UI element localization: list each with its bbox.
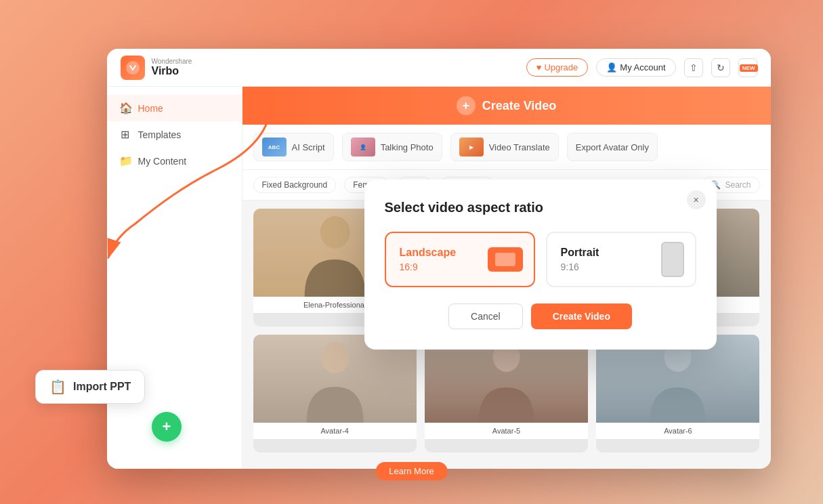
landscape-icon bbox=[488, 247, 523, 272]
share-button[interactable]: ⇧ bbox=[684, 58, 703, 77]
upgrade-icon: ♥ bbox=[536, 62, 542, 72]
import-ppt-icon: 📋 bbox=[49, 379, 66, 395]
create-video-button[interactable]: Create Video bbox=[531, 303, 632, 329]
import-ppt-label: Import PPT bbox=[73, 381, 131, 393]
ratio-portrait[interactable]: Portrait 9:16 bbox=[546, 232, 696, 287]
refresh-button[interactable]: ↻ bbox=[711, 58, 730, 77]
landscape-label: Landscape bbox=[400, 247, 457, 259]
portrait-label: Portrait bbox=[561, 247, 599, 259]
grid-button[interactable]: ⊞ NEW bbox=[738, 58, 757, 77]
sidebar-item-my-content[interactable]: 📁 My Content bbox=[107, 148, 242, 174]
svg-rect-7 bbox=[495, 253, 515, 266]
ratio-options: Landscape 16:9 Portrait 9:16 bbox=[385, 232, 696, 287]
portrait-icon bbox=[661, 242, 684, 277]
logo-icon bbox=[121, 56, 145, 80]
sidebar-item-templates[interactable]: ⊞ Templates bbox=[107, 121, 242, 148]
svg-point-0 bbox=[126, 61, 140, 75]
upgrade-label: Upgrade bbox=[544, 62, 578, 72]
sidebar-item-my-content-label: My Content bbox=[138, 156, 187, 167]
my-content-icon: 📁 bbox=[119, 154, 131, 167]
home-icon: 🏠 bbox=[119, 102, 131, 114]
import-ppt-card[interactable]: 📋 Import PPT bbox=[35, 370, 145, 404]
app-body: 🏠 Home ⊞ Templates 📁 My Content + Create… bbox=[107, 87, 771, 469]
green-plus-button[interactable]: + bbox=[152, 412, 182, 442]
templates-icon: ⊞ bbox=[119, 128, 131, 141]
dialog-overlay: × Select video aspect ratio Landscape 16… bbox=[242, 87, 771, 469]
aspect-ratio-dialog: × Select video aspect ratio Landscape 16… bbox=[364, 180, 717, 350]
my-account-label: My Account bbox=[620, 62, 665, 72]
sidebar-item-home[interactable]: 🏠 Home bbox=[107, 95, 242, 121]
new-badge: NEW bbox=[740, 64, 758, 72]
dialog-close-button[interactable]: × bbox=[687, 190, 706, 209]
portrait-ratio: 9:16 bbox=[561, 261, 579, 272]
close-icon: × bbox=[693, 194, 698, 205]
sidebar-item-templates-label: Templates bbox=[138, 129, 182, 140]
sidebar: 🏠 Home ⊞ Templates 📁 My Content bbox=[107, 87, 242, 469]
sidebar-item-home-label: Home bbox=[138, 103, 163, 114]
landscape-ratio: 16:9 bbox=[400, 261, 418, 272]
dialog-actions: Cancel Create Video bbox=[385, 303, 696, 329]
account-icon: 👤 bbox=[606, 62, 617, 72]
ratio-landscape[interactable]: Landscape 16:9 bbox=[385, 232, 535, 287]
share-icon: ⇧ bbox=[690, 62, 698, 73]
app-name: Virbo bbox=[152, 65, 192, 77]
logo-text: Wondershare Virbo bbox=[152, 58, 192, 77]
refresh-icon: ↻ bbox=[717, 62, 725, 73]
brand-name: Wondershare bbox=[152, 58, 192, 65]
upgrade-button[interactable]: ♥ Upgrade bbox=[526, 58, 589, 77]
my-account-button[interactable]: 👤 My Account bbox=[596, 58, 675, 77]
logo-area: Wondershare Virbo bbox=[121, 56, 192, 80]
header-actions: ♥ Upgrade 👤 My Account ⇧ ↻ ⊞ NEW bbox=[526, 58, 757, 77]
cancel-button[interactable]: Cancel bbox=[448, 303, 523, 329]
app-window: Wondershare Virbo ♥ Upgrade 👤 My Account… bbox=[107, 49, 771, 469]
dialog-title: Select video aspect ratio bbox=[385, 200, 696, 215]
main-content: + Create Video ABC AI Script 👤 Talking P… bbox=[242, 87, 771, 469]
app-header: Wondershare Virbo ♥ Upgrade 👤 My Account… bbox=[107, 49, 771, 87]
plus-icon: + bbox=[163, 418, 171, 436]
